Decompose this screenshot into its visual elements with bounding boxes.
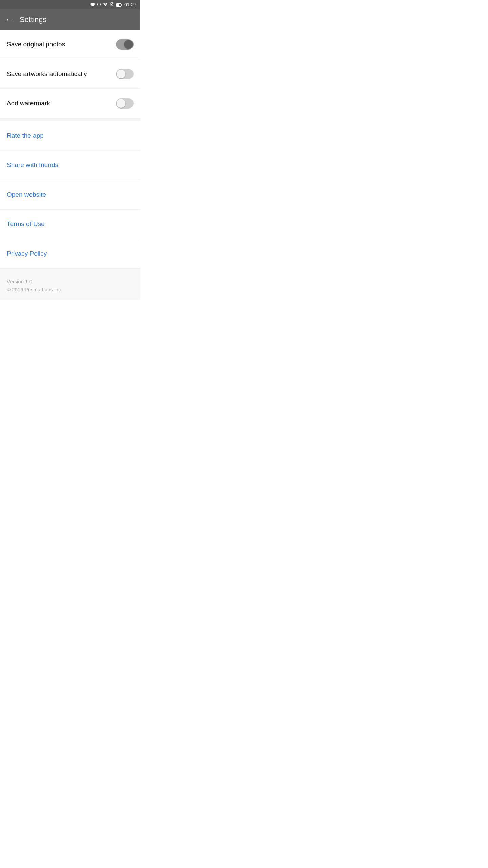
status-bar: 01:27 — [0, 0, 140, 9]
status-icons: 01:27 — [90, 2, 136, 8]
share-friends-item[interactable]: Share with friends — [0, 151, 140, 180]
share-friends-link: Share with friends — [7, 161, 58, 169]
vibrate-icon — [90, 2, 95, 8]
save-artworks-thumb — [117, 70, 125, 78]
signal-icon — [109, 2, 114, 8]
copyright-text: © 2016 Prisma Labs inc. — [7, 286, 134, 294]
alarm-icon — [97, 2, 101, 8]
back-button[interactable]: ← — [5, 16, 13, 23]
add-watermark-toggle[interactable] — [116, 98, 134, 108]
save-original-thumb — [124, 40, 133, 49]
add-watermark-label: Add watermark — [7, 99, 50, 108]
section-divider — [0, 118, 140, 121]
save-artworks-setting: Save artworks automatically — [0, 59, 140, 89]
open-website-link: Open website — [7, 191, 46, 198]
privacy-policy-item[interactable]: Privacy Policy — [0, 239, 140, 269]
wifi-icon — [103, 2, 108, 8]
status-time: 01:27 — [124, 2, 136, 7]
save-artworks-label: Save artworks automatically — [7, 70, 87, 78]
version-text: Version 1.0 — [7, 278, 134, 286]
rate-app-item[interactable]: Rate the app — [0, 121, 140, 151]
save-artworks-toggle[interactable] — [116, 69, 134, 79]
save-original-label: Save original photos — [7, 40, 65, 49]
terms-of-use-item[interactable]: Terms of Use — [0, 210, 140, 239]
settings-content: Save original photos Save artworks autom… — [0, 30, 140, 300]
add-watermark-thumb — [117, 99, 125, 108]
toolbar: ← Settings — [0, 9, 140, 30]
save-original-toggle[interactable] — [116, 39, 134, 50]
page-title: Settings — [20, 15, 47, 24]
rate-app-link: Rate the app — [7, 132, 44, 139]
battery-icon — [116, 2, 121, 8]
add-watermark-setting: Add watermark — [0, 89, 140, 118]
terms-of-use-link: Terms of Use — [7, 220, 45, 228]
save-original-setting: Save original photos — [0, 30, 140, 59]
version-footer: Version 1.0 © 2016 Prisma Labs inc. — [0, 269, 140, 300]
open-website-item[interactable]: Open website — [0, 180, 140, 210]
privacy-policy-link: Privacy Policy — [7, 250, 47, 257]
